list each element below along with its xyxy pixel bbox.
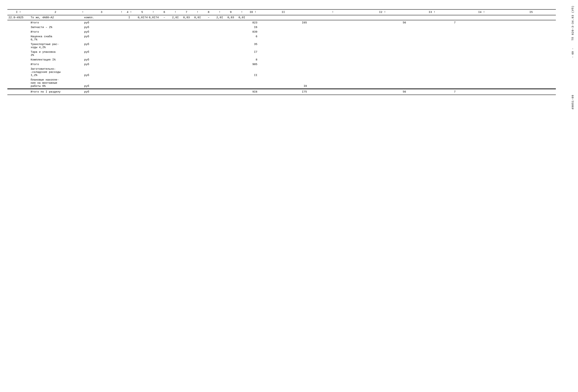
summary-row-8: Заготовительно– –складские расходы I,2% … (7, 67, 556, 78)
header-sep4: ! (170, 9, 181, 15)
sum-unit-6: руб (83, 58, 120, 62)
header-sep2: ! (120, 9, 122, 15)
header-col8: 8 (203, 9, 214, 15)
cell-c16 (258, 15, 308, 20)
summary-row-5: Тара и упаковка 2% руб I7 (7, 50, 556, 58)
final-c11: 9I6 (247, 89, 258, 95)
cell-sep2 (120, 15, 122, 20)
cell-c7: – (159, 15, 170, 20)
sum-label-1: Запчасти – 2% (30, 25, 81, 30)
cell-c5: 0,0I74 (137, 15, 148, 20)
cell-c8: 2,0I (170, 15, 181, 20)
sum-c14-0: 7 (407, 20, 457, 25)
cell-c14: 0,0I (236, 15, 247, 20)
sum-label-9: Плановые накопле- ния на монтажные работ… (30, 78, 81, 89)
header-col3: 3 (83, 9, 120, 15)
cell-c9: 0,83 (181, 15, 192, 20)
sum-label-8: Заготовительно– –складские расходы I,2% (30, 67, 81, 78)
sum-c11-1: I6 (247, 25, 258, 30)
summary-row-9: Плановые накопле- ния на монтажные работ… (7, 78, 556, 89)
table-header: I ! 2 ! 3 ! 4 ! 5 ! 6 ! 7 ! 8 ! 9 ! IO !… (7, 9, 556, 15)
sum-label-2: Итого (30, 30, 81, 34)
sum-unit-5: руб (83, 50, 120, 58)
final-unit: руб (83, 89, 120, 95)
summary-row-2: Итого руб 839 (7, 30, 556, 34)
final-c13: 56 (358, 89, 407, 95)
cell-c10: 0,0I (192, 15, 203, 20)
sum-c11-5: I7 (247, 50, 258, 58)
sum-unit-9: руб (83, 78, 120, 89)
main-table: I ! 2 ! 3 ! 4 ! 5 ! 6 ! 7 ! 8 ! 9 ! IO !… (7, 9, 556, 95)
summary-row-3: Наценка снаба 0,7% руб 6 (7, 34, 556, 42)
cell-c12: 2,0I (214, 15, 225, 20)
header-col10: IO ! (247, 9, 258, 15)
sum-c12-9: I0 (258, 78, 308, 89)
cell-code: 22.8–4925 (7, 15, 30, 20)
main-data-row: 22.8–4925 То же, 4А80–А2 компл. I 0,0I74… (7, 15, 556, 20)
header-col9: 9 (225, 9, 236, 15)
cell-c11: – (203, 15, 214, 20)
header-col6: 6 (159, 9, 170, 15)
header-sep7: ! (236, 9, 247, 15)
summary-row-0: Итого руб 823 I65 56 7 (7, 20, 556, 25)
cell-c21 (506, 15, 556, 20)
sum-label-7: Итого (30, 62, 81, 67)
header-col2: 2 (30, 9, 81, 15)
header-sep8: ! (308, 9, 358, 15)
cell-name: То же, 4А80–А2 (30, 15, 81, 20)
cell-c4: I (122, 15, 137, 20)
sum-c11-8: II (247, 67, 258, 78)
cell-c18 (358, 15, 407, 20)
cell-unit: компл. (83, 15, 120, 20)
side-label-top: ТП 820-3-34.83 (УП) (571, 5, 575, 40)
sum-unit-2: руб (83, 30, 120, 34)
page-wrapper: ТП 820-3-34.83 (УП) - 69 - 49051-09 (0, 4, 578, 392)
sum-unit-7: руб (83, 62, 120, 67)
sum-unit-4: руб (83, 42, 120, 50)
sum-c13-0: 56 (358, 20, 407, 25)
header-col1: I ! (7, 9, 30, 15)
sum-unit-0: руб (83, 20, 120, 25)
cell-c19 (407, 15, 457, 20)
cell-c6: 0,0I74 (148, 15, 159, 20)
final-label: Итого по I разделу (30, 89, 81, 95)
sum-c11-0: 823 (247, 20, 258, 25)
header-sep3: ! (148, 9, 159, 15)
sum-c11-7: 905 (247, 62, 258, 67)
side-page-num: - 69 - (571, 48, 575, 58)
header-col14: I4 ! (457, 9, 506, 15)
final-c12: I75 (258, 89, 308, 95)
header-col5: 5 (137, 9, 148, 15)
sum-c11-4: 35 (247, 42, 258, 50)
cell-c13: 0,83 (225, 15, 236, 20)
side-label-bottom: 49051-09 (571, 95, 575, 110)
summary-row-7: Итого руб 905 (7, 62, 556, 67)
cell-c17 (308, 15, 358, 20)
cell-c15 (247, 15, 258, 20)
cell-sep1 (81, 15, 83, 20)
final-total-row: Итого по I разделу руб 9I6 I75 56 7 (7, 89, 556, 95)
header-col4: 4 ! (122, 9, 137, 15)
sum-c11-2: 839 (247, 30, 258, 34)
sum-label-6: Комплектация I% (30, 58, 81, 62)
header-sep6: ! (214, 9, 225, 15)
header-col12: I2 ! (358, 9, 407, 15)
sum-label-5: Тара и упаковка 2% (30, 50, 81, 58)
summary-row-6: Комплектация I% руб 8 (7, 58, 556, 62)
sum-c11-6: 8 (247, 58, 258, 62)
sum-label-3: Наценка снаба 0,7% (30, 34, 81, 42)
sum-unit-8: руб (83, 67, 120, 78)
header-col7: 7 (181, 9, 192, 15)
header-col11: II (258, 9, 308, 15)
sum-c12-0: I65 (258, 20, 308, 25)
summary-row-1: Запчасти – 2% руб I6 (7, 25, 556, 30)
sum-c11-3: 6 (247, 34, 258, 42)
summary-row-4: Транспортные рас- ходы 4,2% руб 35 (7, 42, 556, 50)
header-col15: I5 (506, 9, 556, 15)
cell-c20 (457, 15, 506, 20)
sum-unit-1: руб (83, 25, 120, 30)
sum-unit-3: руб (83, 34, 120, 42)
header-sep1: ! (81, 9, 83, 15)
sum-label-4: Транспортные рас- ходы 4,2% (30, 42, 81, 50)
header-col13: I3 ! (407, 9, 457, 15)
